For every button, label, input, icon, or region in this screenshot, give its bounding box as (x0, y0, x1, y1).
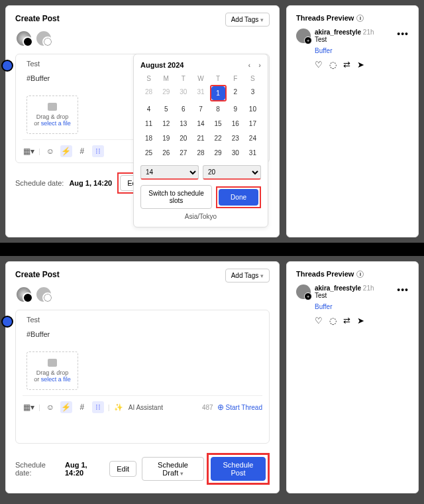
highlight-schedule-post: Schedule Post (207, 453, 270, 485)
day-cell[interactable]: 10 (244, 102, 261, 116)
day-cell[interactable]: 27 (175, 146, 191, 160)
schedule-label: Schedule date: (15, 461, 60, 477)
day-cell[interactable]: 24 (244, 131, 261, 145)
preview-time: 21h (363, 29, 374, 36)
dow-header: S (140, 73, 157, 84)
hash-icon[interactable]: # (76, 401, 88, 413)
bolt-icon[interactable]: ⚡ (60, 145, 72, 157)
image-icon (48, 103, 57, 111)
switch-slots-button[interactable]: Switch to schedule slots (140, 185, 212, 209)
day-cell[interactable]: 16 (227, 117, 244, 131)
day-cell[interactable]: 13 (175, 117, 191, 131)
done-button[interactable]: Done (219, 189, 258, 206)
preview-menu-icon[interactable]: ••• (397, 284, 409, 299)
channel-avatars (15, 286, 270, 304)
preview-title: Threads Preview i (296, 270, 409, 278)
preview-avatar (296, 284, 311, 299)
preview-username: akira_freestyle (315, 284, 361, 292)
day-cell[interactable]: 29 (210, 146, 227, 160)
avatar-1[interactable] (15, 30, 32, 47)
schedule-date: Aug 1, 14:20 (69, 179, 112, 187)
media-dropzone[interactable]: Drag & drop or select a file (26, 351, 78, 390)
day-cell[interactable]: 22 (210, 131, 227, 145)
prev-month-icon[interactable]: ‹ (248, 61, 250, 69)
hour-select[interactable]: 14 (140, 165, 199, 180)
day-cell[interactable]: 30 (227, 146, 244, 160)
avatar-2[interactable] (35, 286, 52, 303)
scan-icon[interactable]: ⁝⁝ (92, 401, 104, 413)
preview-menu-icon[interactable]: ••• (397, 29, 409, 43)
comment-icon[interactable]: ◌ (329, 60, 337, 70)
scan-icon[interactable]: ⁝⁝ (92, 145, 104, 157)
highlight-done: Done (216, 186, 261, 208)
composer[interactable]: Test #Buffer Drag & drop or select a fil… (15, 310, 270, 444)
start-thread-button[interactable]: Start Thread (217, 403, 262, 412)
day-selected[interactable]: 1 (210, 85, 227, 101)
preview-text: Test (315, 36, 374, 43)
day-cell[interactable]: 14 (192, 117, 209, 131)
add-tags-button[interactable]: Add Tags ▾ (225, 269, 270, 283)
schedule-post-button[interactable]: Schedule Post (211, 457, 266, 481)
comment-icon[interactable]: ◌ (329, 316, 337, 326)
emoji-icon[interactable]: ☺ (44, 401, 56, 413)
day-cell[interactable]: 2 (227, 85, 244, 101)
day-cell[interactable]: 18 (140, 131, 157, 145)
day-cell[interactable]: 31 (244, 146, 261, 160)
media-picker-icon[interactable]: ▦▾ (23, 401, 34, 413)
bolt-icon[interactable]: ⚡ (60, 401, 72, 413)
add-tags-button[interactable]: Add Tags ▾ (225, 13, 270, 27)
channel-dot-icon (1, 60, 13, 72)
day-cell[interactable]: 23 (227, 131, 244, 145)
preview-username: akira_freestyle (315, 29, 361, 36)
repost-icon[interactable]: ⇄ (343, 60, 350, 70)
share-icon[interactable]: ➤ (357, 60, 364, 70)
date-picker: August 2024 ‹ › SMTWTFS28293031123456789… (133, 54, 268, 227)
day-cell[interactable]: 11 (140, 117, 157, 131)
schedule-date: Aug 1, 14:20 (65, 461, 104, 477)
repost-icon[interactable]: ⇄ (343, 316, 350, 326)
day-cell[interactable]: 17 (244, 117, 261, 131)
day-cell[interactable]: 28 (140, 85, 157, 101)
dow-header: S (244, 73, 261, 84)
day-cell[interactable]: 30 (175, 85, 191, 101)
day-cell[interactable]: 15 (210, 117, 227, 131)
emoji-icon[interactable]: ☺ (44, 145, 56, 157)
edit-button[interactable]: Edit (109, 461, 136, 477)
wand-icon[interactable]: ✨ (114, 403, 123, 412)
day-cell[interactable]: 9 (227, 102, 244, 116)
day-cell[interactable]: 8 (210, 102, 227, 116)
dow-header: F (227, 73, 244, 84)
day-cell[interactable]: 6 (175, 102, 191, 116)
day-cell[interactable]: 5 (158, 102, 174, 116)
next-month-icon[interactable]: › (258, 61, 261, 69)
avatar-2[interactable] (35, 30, 52, 47)
media-dropzone[interactable]: Drag & drop or select a file (26, 95, 78, 134)
preview-avatar (296, 29, 311, 43)
day-cell[interactable]: 28 (192, 146, 209, 160)
day-cell[interactable]: 31 (192, 85, 209, 101)
day-cell[interactable]: 25 (140, 146, 157, 160)
share-icon[interactable]: ➤ (357, 316, 364, 326)
day-cell[interactable]: 3 (244, 85, 261, 101)
day-cell[interactable]: 21 (192, 131, 209, 145)
channel-avatars (15, 30, 270, 48)
day-cell[interactable]: 29 (158, 85, 174, 101)
ai-assistant-button[interactable]: AI Assistant (129, 404, 163, 411)
info-icon[interactable]: i (356, 15, 364, 22)
day-cell[interactable]: 7 (192, 102, 209, 116)
like-icon[interactable]: ♡ (315, 60, 323, 70)
avatar-1[interactable] (15, 286, 32, 303)
day-cell[interactable]: 19 (158, 131, 174, 145)
dow-header: T (210, 73, 227, 84)
like-icon[interactable]: ♡ (315, 316, 323, 326)
minute-select[interactable]: 20 (203, 165, 261, 180)
hash-icon[interactable]: # (76, 145, 88, 157)
day-cell[interactable]: 26 (158, 146, 174, 160)
info-icon[interactable]: i (356, 271, 364, 278)
post-text-line-1: Test (26, 316, 262, 324)
day-cell[interactable]: 4 (140, 102, 157, 116)
day-cell[interactable]: 20 (175, 131, 191, 145)
media-picker-icon[interactable]: ▦▾ (23, 145, 34, 157)
day-cell[interactable]: 12 (158, 117, 174, 131)
schedule-draft-button[interactable]: Schedule Draft (142, 457, 204, 481)
